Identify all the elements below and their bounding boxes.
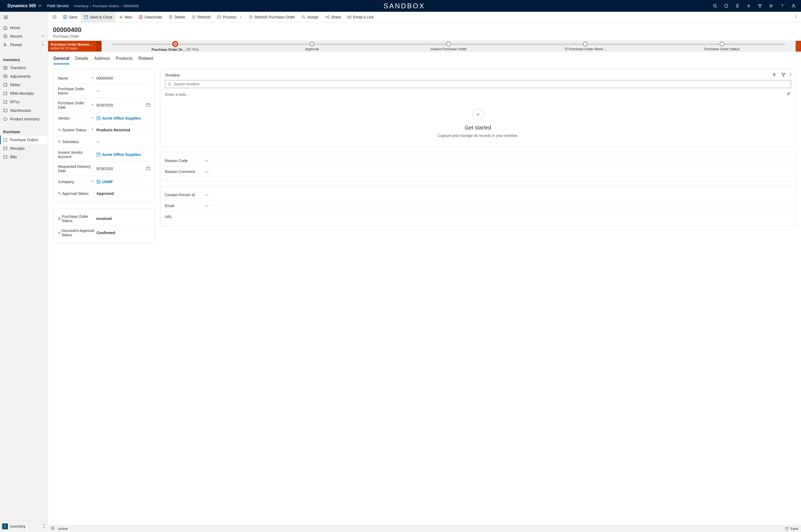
bpf-stage-status[interactable]: Purchase Order Status bbox=[654, 42, 790, 51]
search-icon[interactable] bbox=[710, 0, 720, 12]
sidebar-item-home[interactable]: Home bbox=[0, 23, 48, 32]
lightbulb-icon[interactable] bbox=[732, 0, 743, 12]
field-approval-status[interactable]: Approval Status Approved bbox=[58, 188, 150, 200]
sidebar-item-purchase-orders[interactable]: Purchase Orders bbox=[0, 136, 48, 144]
chevron-down-icon[interactable] bbox=[41, 34, 44, 38]
sidebar: Home Recent Pinned Inventory Transfers A… bbox=[0, 12, 48, 532]
tab-related[interactable]: Related bbox=[138, 54, 153, 64]
email-link-button[interactable]: Email a Link bbox=[344, 12, 377, 22]
new-button[interactable]: New bbox=[116, 12, 135, 22]
attachment-icon[interactable] bbox=[786, 92, 790, 97]
refresh-button[interactable]: Refresh bbox=[188, 12, 214, 22]
svg-rect-24 bbox=[565, 48, 567, 50]
sidebar-item-receipts[interactable]: Receipts bbox=[0, 144, 48, 153]
more-commands-icon[interactable] bbox=[793, 14, 800, 19]
reason-section: Reason Code --- Reason Comment --- bbox=[160, 152, 796, 181]
area-switcher[interactable]: I Inventory bbox=[0, 520, 48, 532]
delete-button[interactable]: Delete bbox=[165, 12, 188, 22]
timeline-add-icon[interactable] bbox=[772, 72, 777, 78]
field-name[interactable]: Name* 00000400 bbox=[58, 72, 150, 84]
updown-icon[interactable] bbox=[42, 524, 46, 529]
save-button[interactable]: Save bbox=[60, 12, 81, 22]
hamburger-icon[interactable] bbox=[0, 12, 48, 23]
svg-point-14 bbox=[53, 16, 56, 19]
footer-save-button[interactable]: Save bbox=[785, 527, 798, 531]
sidebar-item-rmas[interactable]: RMAs bbox=[0, 81, 48, 89]
plus-icon[interactable] bbox=[743, 0, 754, 12]
field-invoice-vendor[interactable]: Invoice Vendor Account Acme Office Suppl… bbox=[58, 148, 150, 162]
assign-button[interactable]: Assign bbox=[298, 12, 322, 22]
bpf-stage-receive[interactable]: Purchase Order Recei... bbox=[517, 42, 654, 51]
tab-details[interactable]: Details bbox=[75, 54, 88, 64]
sidebar-item-rma-receipts[interactable]: RMA Receipts bbox=[0, 89, 48, 98]
svg-rect-31 bbox=[97, 180, 100, 183]
field-req-delivery[interactable]: Requested Delivery Date 9/29/2020 bbox=[58, 162, 150, 176]
sidebar-item-rtvs[interactable]: RTVs bbox=[0, 98, 48, 106]
timeline-more-icon[interactable] bbox=[790, 72, 791, 78]
brand-label[interactable]: Dynamics 365 bbox=[7, 3, 36, 8]
sidebar-item-product-inventory[interactable]: Product Inventory bbox=[0, 115, 48, 123]
filter-icon[interactable] bbox=[755, 0, 765, 12]
timeline-empty-plus-icon[interactable]: + bbox=[472, 109, 484, 120]
sidebar-item-transfers[interactable]: Transfers bbox=[0, 63, 48, 72]
refresh-po-button[interactable]: Refresh Purchase Order bbox=[245, 12, 298, 22]
user-icon[interactable] bbox=[788, 0, 799, 12]
calendar-icon[interactable] bbox=[146, 166, 150, 171]
tab-general[interactable]: General bbox=[53, 54, 70, 64]
field-email[interactable]: Email --- bbox=[165, 201, 791, 211]
field-url[interactable]: URL bbox=[165, 211, 791, 222]
bpf-prev-icon[interactable]: ‹ bbox=[96, 41, 101, 52]
environment-label: SANDBOX bbox=[99, 2, 710, 10]
tab-products[interactable]: Products bbox=[116, 54, 132, 64]
bpf-stage-draft[interactable]: Purchase Order Dr...(32 Hrs) bbox=[107, 41, 244, 52]
save-close-button[interactable]: Save & Close bbox=[81, 12, 116, 22]
field-substatus[interactable]: Substatus --- bbox=[58, 136, 150, 148]
chevron-down-icon[interactable] bbox=[41, 43, 44, 47]
timeline-search[interactable] bbox=[165, 80, 791, 88]
field-reason-code[interactable]: Reason Code --- bbox=[165, 155, 791, 166]
sidebar-item-label: Pinned bbox=[10, 43, 22, 47]
field-po-date[interactable]: Purchase Order Date* 9/29/2020 bbox=[58, 98, 150, 112]
field-doc-approval[interactable]: Document Approval Status Confirmed bbox=[58, 226, 150, 240]
calendar-icon[interactable] bbox=[146, 103, 150, 108]
chevron-down-icon[interactable] bbox=[38, 3, 42, 8]
sidebar-item-bills[interactable]: Bills bbox=[0, 153, 48, 161]
deactivate-button[interactable]: Deactivate bbox=[135, 12, 165, 22]
svg-rect-11 bbox=[4, 138, 7, 141]
field-reason-comment[interactable]: Reason Comment --- bbox=[165, 166, 791, 177]
timeline-note[interactable]: Enter a note... bbox=[165, 90, 791, 101]
help-icon[interactable] bbox=[777, 0, 788, 12]
app-name[interactable]: Field Service bbox=[47, 4, 69, 8]
timeline-search-input[interactable] bbox=[174, 82, 788, 86]
gear-icon[interactable] bbox=[766, 0, 777, 12]
sidebar-item-warehouses[interactable]: Warehouses bbox=[0, 106, 48, 115]
app-header: Dynamics 365 Field Service Inventory › P… bbox=[0, 0, 801, 12]
bpf-stage-submit[interactable]: Submit Purchase Order bbox=[380, 42, 517, 51]
back-button[interactable] bbox=[49, 12, 60, 22]
field-contact-person[interactable]: Contact Person Id --- bbox=[165, 190, 791, 201]
popout-icon[interactable] bbox=[51, 526, 55, 531]
field-company[interactable]: Company* USMF bbox=[58, 176, 150, 188]
bpf-header[interactable]: Purchase Order Business ... Active for 3… bbox=[48, 41, 96, 52]
tab-address[interactable]: Address bbox=[94, 54, 110, 64]
sidebar-item-adjustments[interactable]: Adjustments bbox=[0, 72, 48, 81]
general-section: Name* 00000400 Purchase Order Name --- P… bbox=[53, 69, 155, 203]
field-vendor[interactable]: Vendor* Acme Office Supplies bbox=[58, 112, 150, 124]
process-button[interactable]: Process bbox=[214, 12, 245, 22]
svg-rect-8 bbox=[4, 92, 7, 95]
lock-icon bbox=[58, 231, 60, 234]
bpf-next-icon[interactable]: › bbox=[796, 41, 801, 52]
field-po-status[interactable]: Purchase Order Status Invoiced bbox=[58, 212, 150, 226]
sidebar-item-label: Bills bbox=[10, 155, 17, 159]
bpf-stage-approval[interactable]: Approval bbox=[244, 42, 380, 51]
task-icon[interactable] bbox=[721, 0, 731, 12]
share-button[interactable]: Share bbox=[322, 12, 344, 22]
timeline-filter-icon[interactable] bbox=[781, 72, 786, 78]
sidebar-item-recent[interactable]: Recent bbox=[0, 32, 48, 41]
sidebar-item-pinned[interactable]: Pinned bbox=[0, 41, 48, 49]
field-system-status[interactable]: System Status* Products Received bbox=[58, 124, 150, 136]
main-content: Save Save & Close New Deactivate Delete … bbox=[48, 12, 801, 532]
form-body: Name* 00000400 Purchase Order Name --- P… bbox=[48, 64, 801, 525]
field-po-name[interactable]: Purchase Order Name --- bbox=[58, 84, 150, 98]
breadcrumb-item[interactable]: Inventory bbox=[74, 4, 88, 8]
